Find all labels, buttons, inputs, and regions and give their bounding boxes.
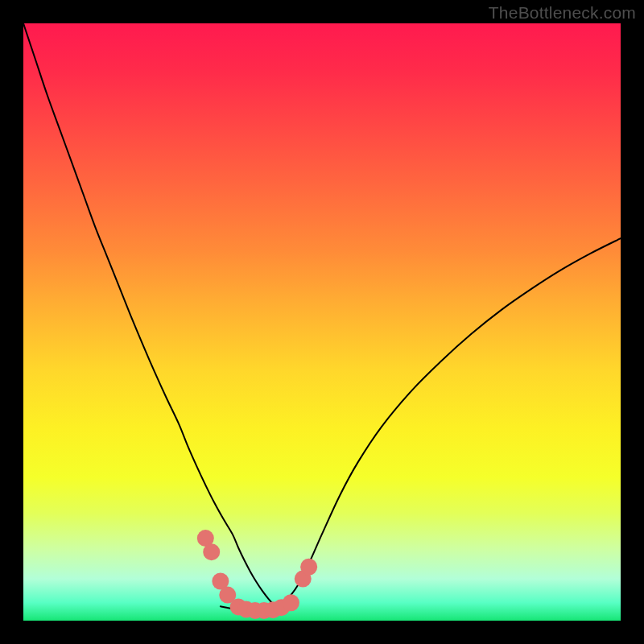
data-markers — [197, 530, 317, 619]
watermark-text: TheBottleneck.com — [489, 3, 636, 23]
chart-svg — [23, 23, 621, 621]
bottleneck-curve — [23, 23, 621, 610]
chart-frame: TheBottleneck.com — [0, 0, 644, 644]
plot-area — [23, 23, 621, 621]
svg-point-1 — [203, 543, 220, 560]
svg-point-10 — [283, 594, 299, 611]
svg-point-12 — [300, 559, 317, 576]
